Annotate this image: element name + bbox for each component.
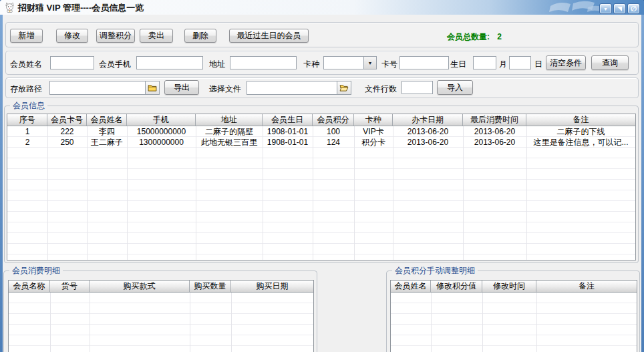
clear-conditions-button[interactable]: 清空条件 [546,55,586,70]
line-count-input[interactable] [401,81,433,94]
header-member-name[interactable]: 会员名称 [9,281,50,292]
cell-name: 王二麻子 [87,137,127,148]
header-member-name[interactable]: 会员姓名 [391,281,431,292]
header-last-consume[interactable]: 最后消费时间 [463,114,526,126]
minimize-button[interactable]: ▼ [599,3,612,14]
select-file-label: 选择文件 [209,83,241,95]
cell-address: 二麻子的隔壁 [196,126,263,137]
birth-month-input[interactable] [473,56,496,69]
consumption-table: 会员名称 货号 购买款式 购买数量 购买日期 [8,280,314,352]
card-no-input[interactable] [399,56,449,69]
cell-birthday: 1908-01-01 [263,126,313,137]
header-name[interactable]: 会员姓名 [87,114,127,126]
address-input[interactable] [230,56,297,69]
header-points-change[interactable]: 修改积分值 [431,281,482,292]
cell-remark: 二麻子的下线 [526,126,635,137]
path-input[interactable] [50,81,145,94]
column-divider [536,293,537,352]
file-input[interactable] [247,81,337,94]
header-quantity[interactable]: 购买数量 [190,281,231,292]
cell-card-no: 222 [47,126,87,137]
file-input-group [247,81,351,95]
path-input-group [49,81,160,95]
header-birthday[interactable]: 会员生日 [263,114,313,126]
column-divider [231,293,232,352]
member-table-body: 1 222 李四 15000000000 二麻子的隔壁 1908-01-01 1… [7,126,635,260]
export-button[interactable]: 导出 [164,80,199,95]
browse-path-button[interactable] [145,81,159,94]
column-divider [431,293,432,352]
header-address[interactable]: 地址 [196,114,263,126]
import-button[interactable]: 导入 [437,80,473,95]
header-phone[interactable]: 手机 [127,114,196,126]
member-name-label: 会员姓名 [10,59,42,70]
delete-member-button[interactable]: 删除 [184,29,216,43]
header-modify-time[interactable]: 修改时间 [482,281,536,292]
cell-phone: 1300000000 [127,137,196,148]
member-phone-input[interactable] [136,56,203,69]
titlebar: 招财猫 VIP 管理----会员信息一览 ▼ ∅ [0,0,644,15]
member-info-groupbox: 会员信息 序号 会员卡号 会员姓名 手机 地址 会员生日 会员积分 卡种 办卡日… [4,106,639,263]
adjust-points-button[interactable]: 调整积分 [96,29,135,43]
points-adjustment-table-header: 会员姓名 修改积分值 修改时间 备注 [391,281,637,293]
cell-seq: 1 [7,126,47,137]
chevron-down-icon[interactable]: ▼ [363,57,376,69]
sell-button[interactable]: 卖出 [140,29,173,43]
header-seq[interactable]: 序号 [7,114,47,126]
recent-birthday-button[interactable]: 最近过生日的会员 [229,29,309,43]
cell-last-consume: 2013-06-20 [463,126,526,137]
member-info-title: 会员信息 [10,101,47,110]
birthday-label: 生日 [450,59,466,70]
member-phone-label: 会员手机 [99,59,131,70]
cell-issue-date: 2013-06-20 [393,137,463,148]
member-table-header: 序号 会员卡号 会员姓名 手机 地址 会员生日 会员积分 卡种 办卡日期 最后消… [7,114,635,126]
birth-day-input[interactable] [509,56,531,69]
card-type-select[interactable]: ▼ [323,56,377,69]
folder-open-icon [339,84,349,92]
header-item-no[interactable]: 货号 [50,281,90,292]
header-card-type[interactable]: 卡种 [354,114,393,126]
consumption-groupbox: 会员消费明细 会员名称 货号 购买款式 购买数量 购买日期 [3,271,317,352]
header-purchase-date[interactable]: 购买日期 [231,281,313,292]
minimize-icon: ▼ [603,7,608,11]
member-name-input[interactable] [50,56,94,69]
browse-file-button[interactable] [337,81,351,94]
cell-birthday: 1908-01-01 [263,137,313,148]
close-icon: ∅ [631,5,637,12]
header-issue-date[interactable]: 办卡日期 [393,114,463,126]
cell-seq: 2 [7,137,47,148]
cell-name: 李四 [87,126,127,137]
member-row[interactable]: 2 250 王二麻子 1300000000 此地无银三百里 1908-01-01… [7,137,635,148]
cell-points: 124 [313,137,354,148]
lucky-cat-app-icon [5,2,15,13]
window-title: 招财猫 VIP 管理----会员信息一览 [18,2,144,14]
query-button[interactable]: 查询 [591,55,629,70]
add-member-button[interactable]: 新增 [10,29,43,43]
edit-member-button[interactable]: 修改 [56,29,88,43]
cell-phone: 15000000000 [127,126,196,137]
header-card-no[interactable]: 会员卡号 [47,114,87,126]
points-adjustment-table-body [391,293,637,352]
header-remark[interactable]: 备注 [526,114,635,126]
cell-remark: 这里是备注信息，可以记... [526,137,635,148]
member-row[interactable]: 1 222 李四 15000000000 二麻子的隔壁 1908-01-01 1… [7,126,635,137]
day-label: 日 [534,59,542,70]
member-total-value: 2 [497,32,502,41]
member-total-label: 会员总数量: [447,32,490,41]
points-adjustment-title: 会员积分手动调整明细 [392,266,478,275]
path-label: 存放路径 [10,83,42,95]
header-remark[interactable]: 备注 [536,281,637,292]
cell-card-type: VIP卡 [354,126,393,137]
titlebar-flag-decoration [548,1,603,14]
points-adjustment-table: 会员姓名 修改积分值 修改时间 备注 [390,280,637,352]
header-points[interactable]: 会员积分 [313,114,354,126]
card-type-value [324,57,363,69]
folder-icon [148,84,157,92]
app-window: 招财猫 VIP 管理----会员信息一览 ▼ ∅ 新增 修改 调整积分 卖出 删… [0,0,644,352]
header-style[interactable]: 购买款式 [90,281,190,292]
consumption-title: 会员消费明细 [9,266,63,275]
cell-card-no: 250 [47,137,87,148]
cell-last-consume: 2013-06-20 [463,137,526,148]
restore-button[interactable] [613,3,626,14]
close-button[interactable]: ∅ [627,3,640,14]
